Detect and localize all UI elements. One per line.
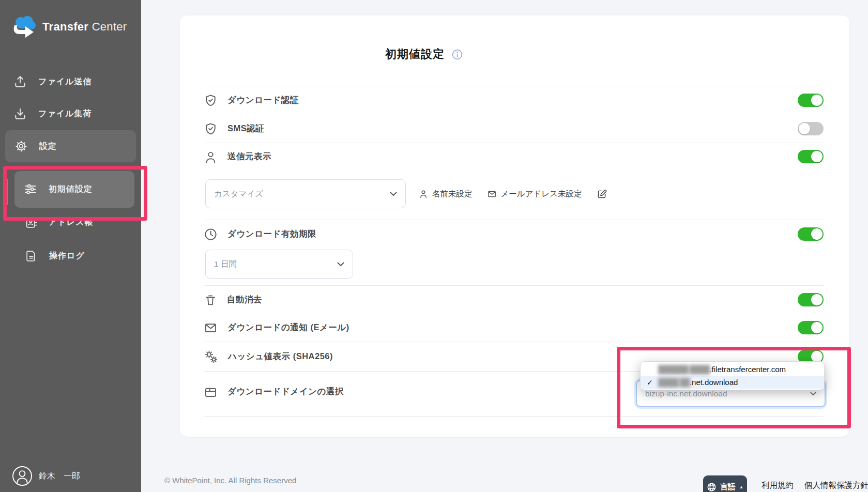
menu-option-net-download[interactable]: ✓ ████ ██.net.download <box>641 376 824 389</box>
toggle-sms-auth[interactable] <box>798 122 824 135</box>
sidebar-item-file-collect[interactable]: ファイル集荷 <box>13 104 92 123</box>
toggle-download-notification[interactable] <box>798 321 824 334</box>
info-icon[interactable] <box>452 49 463 60</box>
person-icon <box>204 150 218 164</box>
setting-label: ハッシュ値表示 (SHA256) <box>228 351 333 362</box>
page-title-text: 初期値設定 <box>385 47 445 62</box>
masked-domain-prefix: ████ ██ <box>658 378 690 387</box>
setting-label: SMS認証 <box>227 123 264 134</box>
sidebar-item-label: ファイル送信 <box>38 76 92 87</box>
setting-row-download-auth: ダウンロード認証 <box>204 86 824 115</box>
domain-dropdown-menu: ██████ ████.filetransfercenter.com ✓ ███… <box>640 361 825 390</box>
toggle-sender-display[interactable] <box>798 150 824 163</box>
sender-email-status-text: メールアドレス未設定 <box>501 189 582 199</box>
setting-label: 自動消去 <box>227 294 262 305</box>
sender-name-status: 名前未設定 <box>419 189 473 199</box>
setting-label: ダウンロード有効期限 <box>227 228 316 240</box>
sender-mode-select[interactable]: カスタマイズ <box>205 179 406 208</box>
sidebar-item-label: ファイル集荷 <box>38 109 92 119</box>
setting-row-download-notification: ダウンロードの通知 (Eメール) <box>204 314 824 342</box>
setting-row-sms-auth: SMS認証 <box>204 115 824 143</box>
sidebar-item-address-book[interactable]: アドレス帳 <box>24 213 94 232</box>
chevron-down-icon <box>810 392 816 396</box>
logo: Transfer Center <box>10 14 127 39</box>
cloud-arrow-logo-icon <box>10 14 37 39</box>
setting-label: ダウンロードの通知 (Eメール) <box>227 322 349 333</box>
toggle-knob <box>811 294 823 305</box>
privacy-policy-link[interactable]: 個人情報保護方針 <box>804 480 868 491</box>
document-icon <box>25 250 38 263</box>
check-icon: ✓ <box>647 378 658 387</box>
row-divider <box>204 416 824 417</box>
sidebar-item-label: 操作ログ <box>49 251 85 262</box>
shield-check-icon <box>204 94 218 107</box>
setting-row-sender-display: 送信元表示 <box>204 143 824 171</box>
address-book-icon <box>24 216 37 229</box>
caret-up-icon: ▲ <box>739 485 743 489</box>
sidebar-item-label: 初期値設定 <box>49 184 93 195</box>
masked-domain-prefix: ██████ ████ <box>658 365 709 374</box>
terms-link[interactable]: 利用規約 <box>762 480 794 491</box>
setting-row-download-expiry: ダウンロード有効期限 <box>204 220 824 249</box>
user-name: 鈴木 一郎 <box>39 471 80 482</box>
toggle-download-expiry[interactable] <box>798 227 824 241</box>
sliders-icon <box>24 182 37 196</box>
sidebar-item-default-settings[interactable]: 初期値設定 <box>24 180 93 198</box>
toggle-knob <box>811 151 823 162</box>
toggle-knob <box>811 322 823 333</box>
toggle-knob <box>799 123 810 134</box>
toggle-auto-delete[interactable] <box>798 293 824 306</box>
setting-label: ダウンロード認証 <box>227 95 299 106</box>
trash-icon <box>204 293 217 306</box>
gears-icon <box>204 349 218 364</box>
globe-icon <box>707 482 717 492</box>
expiry-select[interactable]: 1 日間 <box>205 250 353 279</box>
page-title: 初期値設定 <box>385 47 463 62</box>
clock-icon <box>204 227 218 241</box>
envelope-icon <box>204 321 218 335</box>
sidebar-item-label: 設定 <box>39 141 57 152</box>
app-canvas: Transfer Center ファイル送信 ファイル集荷 設定 <box>0 0 868 492</box>
sidebar-item-settings[interactable]: 設定 <box>14 137 57 156</box>
active-indicator-bar <box>5 178 8 205</box>
toggle-knob <box>811 351 823 362</box>
envelope-icon <box>487 189 497 199</box>
pencil-edit-icon <box>597 189 607 199</box>
domain-box-icon <box>204 385 218 399</box>
sender-mode-select-value: カスタマイズ <box>214 189 263 199</box>
expiry-select-value: 1 日間 <box>214 259 237 270</box>
toggle-knob <box>811 228 823 240</box>
sidebar: Transfer Center ファイル送信 ファイル集荷 設定 <box>0 0 141 492</box>
sidebar-item-operation-log[interactable]: 操作ログ <box>25 247 85 265</box>
brand-title: Transfer Center <box>42 20 127 34</box>
edit-sender-button[interactable] <box>597 189 607 199</box>
setting-label: 送信元表示 <box>227 151 271 162</box>
sidebar-item-file-send[interactable]: ファイル送信 <box>13 72 92 91</box>
domain-select-value: bizup-inc.net.download <box>645 389 727 398</box>
sender-meta: 名前未設定 メールアドレス未設定 <box>419 179 607 208</box>
sender-name-status-text: 名前未設定 <box>432 189 473 199</box>
language-button[interactable]: 言語 ▲ <box>703 475 747 492</box>
gear-icon <box>14 140 28 153</box>
domain-suffix: .net.download <box>690 378 738 387</box>
person-icon <box>419 189 428 198</box>
sidebar-item-label: アドレス帳 <box>49 217 94 228</box>
chevron-down-icon <box>337 262 344 267</box>
chevron-down-icon <box>390 192 397 196</box>
domain-suffix: .filetransfercenter.com <box>709 365 786 374</box>
shield-check-icon <box>204 122 218 136</box>
setting-label: ダウンロードドメインの選択 <box>227 386 344 397</box>
setting-row-auto-delete: 自動消去 <box>204 285 824 314</box>
language-button-label: 言語 <box>720 482 736 492</box>
download-icon <box>13 107 27 120</box>
toggle-knob <box>811 95 823 106</box>
toggle-download-auth[interactable] <box>798 94 824 107</box>
sender-email-status: メールアドレス未設定 <box>487 189 582 199</box>
avatar-icon <box>12 466 33 486</box>
upload-icon <box>13 75 27 88</box>
menu-option-filetransfercenter[interactable]: ██████ ████.filetransfercenter.com <box>641 363 824 376</box>
copyright-text: © WhitePoint, Inc. All Rights Reserved <box>164 476 296 485</box>
user-account[interactable]: 鈴木 一郎 <box>12 466 80 486</box>
